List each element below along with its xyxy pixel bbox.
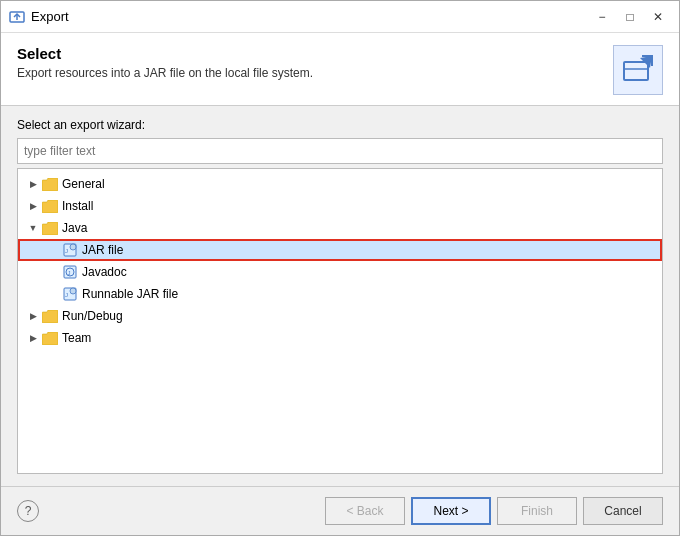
minimize-button[interactable]: − [589,4,615,30]
header-icon [613,45,663,95]
team-label: Team [62,331,91,345]
javadoc-label: Javadoc [82,265,127,279]
tree-item-javadoc[interactable]: J Javadoc [18,261,662,283]
runnable-jar-icon: J [62,286,78,302]
maximize-button[interactable]: □ [617,4,643,30]
tree-item-team[interactable]: ▶ Team [18,327,662,349]
header-section: Select Export resources into a JAR file … [1,33,679,106]
tree-item-install[interactable]: ▶ Install [18,195,662,217]
folder-run-debug-icon [42,310,58,323]
title-bar: Export − □ ✕ [1,1,679,33]
expand-install-icon[interactable]: ▶ [26,199,40,213]
next-button[interactable]: Next > [411,497,491,525]
finish-button[interactable]: Finish [497,497,577,525]
svg-text:J: J [65,248,68,254]
wizard-tree[interactable]: ▶ General ▶ Install [17,168,663,474]
wizard-label: Select an export wizard: [17,118,663,132]
window-icon [9,9,25,25]
folder-general-icon [42,178,58,191]
window-controls: − □ ✕ [589,4,671,30]
svg-point-6 [70,244,76,250]
folder-install-icon [42,200,58,213]
javadoc-icon: J [62,264,78,280]
jar-file-label: JAR file [82,243,123,257]
tree-item-java[interactable]: ▼ Java [18,217,662,239]
install-label: Install [62,199,93,213]
close-button[interactable]: ✕ [645,4,671,30]
help-button[interactable]: ? [17,500,39,522]
window-title: Export [31,9,589,24]
svg-point-12 [70,288,76,294]
jar-file-icon: J [62,242,78,258]
tree-item-run-debug[interactable]: ▶ Run/Debug [18,305,662,327]
expand-java-icon[interactable]: ▼ [26,221,40,235]
svg-rect-2 [624,62,648,80]
tree-item-jar-file[interactable]: J JAR file [18,239,662,261]
java-label: Java [62,221,87,235]
filter-input[interactable] [17,138,663,164]
cancel-button[interactable]: Cancel [583,497,663,525]
content-area: Select an export wizard: ▶ General ▶ [1,106,679,486]
general-label: General [62,177,105,191]
svg-text:J: J [68,270,71,276]
folder-java-icon [42,222,58,235]
dialog-subtitle: Export resources into a JAR file on the … [17,66,613,80]
folder-team-icon [42,332,58,345]
expand-team-icon[interactable]: ▶ [26,331,40,345]
svg-text:J: J [65,292,68,298]
header-text: Select Export resources into a JAR file … [17,45,613,80]
back-button[interactable]: < Back [325,497,405,525]
footer: ? < Back Next > Finish Cancel [1,486,679,535]
dialog-title: Select [17,45,613,62]
tree-item-runnable-jar[interactable]: J Runnable JAR file [18,283,662,305]
runnable-jar-label: Runnable JAR file [82,287,178,301]
export-dialog: Export − □ ✕ Select Export resources int… [0,0,680,536]
run-debug-label: Run/Debug [62,309,123,323]
expand-general-icon[interactable]: ▶ [26,177,40,191]
expand-run-debug-icon[interactable]: ▶ [26,309,40,323]
tree-item-general[interactable]: ▶ General [18,173,662,195]
